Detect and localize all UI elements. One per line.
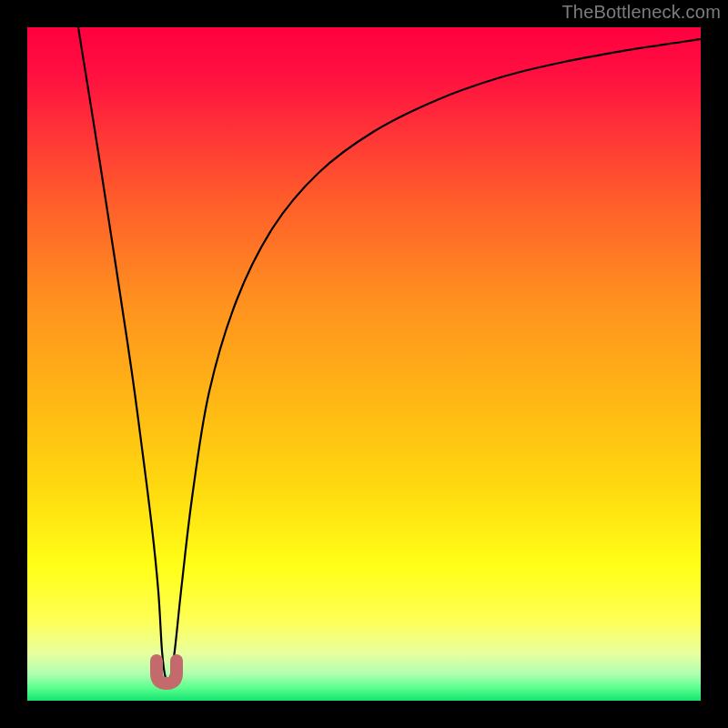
watermark-text: TheBottleneck.com [561,2,721,23]
chart-svg [27,27,701,701]
chart-frame: TheBottleneck.com [0,0,728,728]
gradient-background [27,27,701,701]
plot-area [27,27,701,701]
